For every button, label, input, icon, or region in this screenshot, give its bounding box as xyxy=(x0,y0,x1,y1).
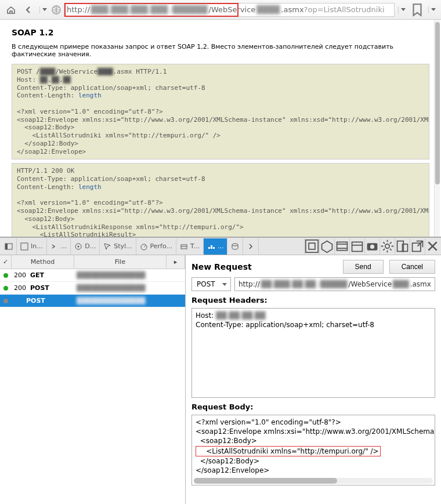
url-proto: http:// xyxy=(67,5,90,14)
calendar-icon[interactable] xyxy=(349,238,364,255)
close-icon[interactable] xyxy=(425,238,440,255)
box-model-icon[interactable] xyxy=(319,238,334,255)
tab-network[interactable]: ... xyxy=(204,238,228,255)
tab-inspector[interactable]: In... xyxy=(17,238,47,255)
tab-more[interactable] xyxy=(243,238,259,255)
bookmark-dropdown[interactable] xyxy=(428,6,438,13)
url-bar[interactable]: http://███.███.███.███/██████/WebService… xyxy=(64,3,395,17)
col-method[interactable]: Method xyxy=(12,255,74,269)
page-intro: В следующем примере показаны запрос и от… xyxy=(12,43,429,58)
devtools-tabs: In... ... D... Styl... Perfo... T... ... xyxy=(0,238,441,255)
tab-memory[interactable]: T... xyxy=(176,238,204,255)
back-dropdown[interactable] xyxy=(39,6,49,13)
network-list: ✓ Method File ▸ 200 GET ██████████████ 2… xyxy=(0,255,186,504)
col-file[interactable]: File xyxy=(74,255,167,269)
tab-storage[interactable] xyxy=(227,238,243,255)
svg-rect-2 xyxy=(5,244,8,249)
body-hscroll[interactable] xyxy=(194,478,433,484)
tab-debugger[interactable]: D... xyxy=(71,238,100,255)
bookmark-icon[interactable] xyxy=(410,2,425,17)
new-request-title: New Request xyxy=(191,262,337,271)
status-dot-icon xyxy=(3,299,8,303)
status-dot-icon xyxy=(3,286,8,291)
tab-console[interactable]: ... xyxy=(47,238,71,255)
method-select[interactable]: POST xyxy=(191,277,231,291)
soap-request-box: POST /████/WebService████.asmx HTTP/1.1 … xyxy=(12,64,429,159)
iframe-picker-icon[interactable] xyxy=(304,238,319,255)
svg-rect-9 xyxy=(306,240,318,252)
network-row-selected[interactable]: POST ██████████████ xyxy=(0,295,185,307)
svg-rect-3 xyxy=(21,243,28,250)
request-headers-label: Request Headers: xyxy=(191,296,435,304)
cancel-button[interactable]: Cancel xyxy=(389,260,435,274)
svg-rect-12 xyxy=(352,242,363,251)
new-request-panel: New Request Send Cancel POST http://██.█… xyxy=(186,255,441,504)
send-button[interactable]: Send xyxy=(343,260,384,274)
network-row[interactable]: 200 POST ██████████████ xyxy=(0,282,185,295)
svg-point-15 xyxy=(385,244,389,248)
svg-point-14 xyxy=(370,245,374,249)
responsive-icon[interactable] xyxy=(395,238,410,255)
svg-point-8 xyxy=(232,244,238,246)
page-title: SOAP 1.2 xyxy=(12,28,429,37)
tab-styles[interactable]: Styl... xyxy=(100,238,136,255)
url-dropdown[interactable] xyxy=(398,6,407,13)
col-more[interactable]: ▸ xyxy=(167,255,185,269)
back-icon[interactable] xyxy=(21,2,36,17)
globe-icon xyxy=(51,5,62,15)
popout-icon[interactable] xyxy=(410,238,425,255)
page-content: SOAP 1.2 В следующем примере показаны за… xyxy=(0,20,441,238)
devtools-dock-icon[interactable] xyxy=(1,238,17,255)
request-body-input[interactable]: <?xml version="1.0" encoding="utf-8"?> <… xyxy=(191,415,435,485)
film-icon[interactable] xyxy=(334,238,349,255)
request-headers-input[interactable]: Host: ██.██.██.██ Content-Type: applicat… xyxy=(191,308,435,398)
status-dot-icon xyxy=(3,273,8,278)
soap-response-box: HTTP/1.1 200 OK Content-Type: applicatio… xyxy=(12,163,429,238)
svg-point-5 xyxy=(78,245,79,247)
svg-rect-11 xyxy=(337,242,348,250)
svg-rect-10 xyxy=(309,243,315,249)
body-highlight: <ListAllSotrudniki xmlns="http://tempuri… xyxy=(196,446,381,456)
request-url-input[interactable]: http://██.███.██.██/█████/WebService███.… xyxy=(234,277,435,291)
network-row[interactable]: 200 GET ██████████████ xyxy=(0,269,185,282)
home-icon[interactable] xyxy=(3,2,19,17)
devtools-panel: In... ... D... Styl... Perfo... T... ...… xyxy=(0,238,441,504)
col-status[interactable]: ✓ xyxy=(0,255,12,269)
request-body-label: Request Body: xyxy=(191,403,435,411)
camera-icon[interactable] xyxy=(364,238,379,255)
page-scrollbar[interactable] xyxy=(434,20,440,237)
browser-toolbar: http://███.███.███.███/██████/WebService… xyxy=(0,0,441,20)
tab-performance[interactable]: Perfo... xyxy=(136,238,176,255)
network-list-header: ✓ Method File ▸ xyxy=(0,255,185,269)
settings-icon[interactable] xyxy=(379,238,395,255)
